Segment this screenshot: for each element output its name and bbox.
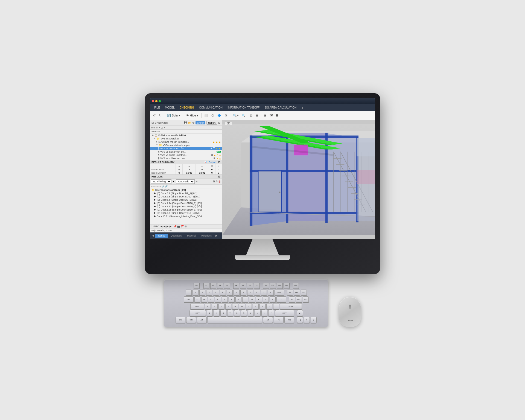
key-a[interactable]: A bbox=[205, 303, 211, 309]
key-enter[interactable]: ENTER bbox=[280, 303, 302, 309]
report-button[interactable]: Report bbox=[206, 121, 217, 125]
key-slash[interactable]: / bbox=[268, 310, 274, 316]
key-del[interactable]: DEL bbox=[293, 283, 299, 289]
key-f3[interactable]: F3 bbox=[217, 283, 223, 289]
key-c[interactable]: C bbox=[220, 310, 226, 316]
nav-prev2[interactable]: ◀ bbox=[164, 225, 165, 228]
menu-communication[interactable]: COMMUNICATION bbox=[197, 106, 225, 110]
key-f2[interactable]: F2 bbox=[210, 283, 216, 289]
key-m[interactable]: M bbox=[248, 310, 254, 316]
select4-button[interactable]: ⚙ bbox=[223, 113, 228, 118]
key-quote[interactable]: ' bbox=[273, 303, 279, 309]
key-ctrl2[interactable]: CTRL bbox=[284, 317, 294, 323]
menu-sis[interactable]: SIS AREA CALCULATION bbox=[262, 106, 299, 110]
key-f6[interactable]: F6 bbox=[240, 283, 246, 289]
tree-item-7[interactable]: § VVS vs möbler och an... ⊞ ▲ △ bbox=[150, 157, 222, 160]
key-1[interactable]: 1 bbox=[192, 290, 199, 296]
key-h[interactable]: H bbox=[239, 303, 245, 309]
key-3[interactable]: 3 bbox=[206, 290, 212, 296]
view-btn2[interactable]: 🗺 bbox=[269, 113, 274, 118]
key-f1[interactable]: F1 bbox=[203, 283, 209, 289]
key-ctrl[interactable]: CTRL bbox=[176, 317, 185, 323]
key-pgdn[interactable]: PGD bbox=[303, 296, 309, 302]
auto-dropdown[interactable]: Automatic bbox=[176, 179, 195, 184]
zoom-window-button[interactable]: ⊞ bbox=[255, 113, 259, 118]
tree-item-0[interactable]: ▶ 📋 Kollisionskontroll - Arkitek... bbox=[150, 134, 222, 137]
result-item-4[interactable]: ▶ (D) Door.1.14 (Single Door:SD10_1) [0/… bbox=[150, 202, 222, 205]
key-cmd[interactable]: CMD bbox=[186, 317, 196, 323]
key-f5[interactable]: F5 bbox=[233, 283, 239, 289]
key-backslash[interactable]: \ bbox=[276, 296, 286, 302]
redo-button[interactable]: ↻ bbox=[158, 113, 162, 118]
key-tab[interactable]: TAB bbox=[184, 296, 194, 302]
mouse-scroll-wheel[interactable] bbox=[349, 305, 351, 309]
nav-prev[interactable]: ◀ bbox=[161, 225, 162, 228]
nav-next[interactable]: ▶ bbox=[167, 225, 168, 228]
key-f9[interactable]: F9 bbox=[263, 283, 269, 289]
key-t[interactable]: T bbox=[222, 296, 228, 302]
key-v[interactable]: V bbox=[227, 310, 233, 316]
key-n[interactable]: N bbox=[241, 310, 247, 316]
key-down[interactable]: ▼ bbox=[304, 317, 310, 323]
key-space[interactable] bbox=[208, 317, 262, 323]
tab-prev[interactable]: ◀ bbox=[151, 234, 155, 237]
key-f4[interactable]: F4 bbox=[224, 283, 230, 289]
key-rshift[interactable]: SHIFT bbox=[275, 310, 294, 316]
key-b[interactable]: B bbox=[234, 310, 240, 316]
delete-icon[interactable]: 🗑 bbox=[218, 180, 221, 183]
result-item-7[interactable]: ▶ (D) Door.3.2 (Single Door:TD10_1) [0/1… bbox=[150, 211, 222, 215]
result-item-2[interactable]: ▶ (D) Door.2.3 (Single Door:SD10_1) [0/1… bbox=[150, 195, 222, 198]
expand-info-icon[interactable]: ⊡ bbox=[185, 225, 187, 228]
key-fn[interactable]: FN bbox=[274, 317, 284, 323]
expand-summary-icon[interactable]: ⊡ bbox=[218, 161, 220, 164]
key-j[interactable]: J bbox=[246, 303, 252, 309]
key-y[interactable]: Y bbox=[229, 296, 235, 302]
move-icon[interactable]: ⇅ bbox=[215, 180, 218, 183]
key-esc[interactable]: ESC bbox=[194, 283, 200, 289]
key-f11[interactable]: F11 bbox=[277, 283, 283, 289]
close-dot[interactable] bbox=[152, 100, 154, 102]
key-e[interactable]: E bbox=[208, 296, 214, 302]
tree-item-6[interactable]: § VVS vs andra konstrul... ⊞ ▲ △ △ bbox=[150, 153, 222, 157]
spin-button[interactable]: 🔄 Spin ▾ bbox=[166, 113, 181, 118]
key-pgup[interactable]: PGU bbox=[301, 290, 307, 296]
key-alt[interactable]: ALT bbox=[197, 317, 207, 323]
menu-checking[interactable]: CHECKING bbox=[177, 106, 196, 110]
key-comma[interactable]: , bbox=[255, 310, 261, 316]
key-9[interactable]: 9 bbox=[247, 290, 253, 296]
key-ins[interactable]: INS bbox=[287, 290, 293, 296]
key-d[interactable]: D bbox=[218, 303, 224, 309]
key-6[interactable]: 6 bbox=[227, 290, 233, 296]
key-2[interactable]: 2 bbox=[199, 290, 205, 296]
key-lbracket[interactable]: [ bbox=[263, 296, 269, 302]
key-z[interactable]: Z bbox=[207, 310, 213, 316]
key-caps[interactable]: CAPS bbox=[190, 303, 204, 309]
key-up[interactable]: ▲ bbox=[297, 310, 303, 316]
key-k[interactable]: K bbox=[253, 303, 259, 309]
tab-next[interactable]: ▶ bbox=[214, 234, 219, 237]
key-period[interactable]: . bbox=[261, 310, 267, 316]
result-item-5[interactable]: ▶ (D) Door.1.17 (Single Door:SD10_1) [0/… bbox=[150, 205, 222, 208]
key-r[interactable]: R bbox=[215, 296, 221, 302]
tab-issues[interactable]: Issues bbox=[155, 234, 168, 238]
key-0[interactable]: 0 bbox=[254, 290, 260, 296]
expand-icon[interactable]: ⊡ bbox=[218, 121, 220, 124]
key-s[interactable]: S bbox=[212, 303, 218, 309]
menu-file[interactable]: FILE bbox=[152, 106, 162, 110]
key-g[interactable]: G bbox=[232, 303, 238, 309]
result-item-3[interactable]: ▶ (E) Door.9.4 (Single Door:D9_1) [0/1] bbox=[150, 198, 222, 202]
key-rbracket[interactable]: ] bbox=[270, 296, 276, 302]
key-p[interactable]: P bbox=[256, 296, 262, 302]
result-item-8[interactable]: ▶ Door.10.11 (Swedoor_Interior_Door_SD4.… bbox=[150, 215, 222, 218]
key-7[interactable]: 7 bbox=[234, 290, 240, 296]
check-button[interactable]: Check bbox=[196, 121, 205, 124]
minimize-dot[interactable] bbox=[155, 100, 158, 102]
key-end[interactable]: END bbox=[296, 296, 302, 302]
zoom-out-button[interactable]: 🔍- bbox=[241, 113, 248, 118]
tree-item-5[interactable]: § VVS vs balkar och pel... ON bbox=[150, 150, 222, 153]
key-backspace[interactable]: BKSP bbox=[275, 290, 284, 296]
select-button[interactable]: ⬜ bbox=[203, 113, 209, 118]
key-semicolon[interactable]: ; bbox=[266, 303, 272, 309]
hide-button[interactable]: 👁 Hide ▾ bbox=[185, 113, 200, 118]
tree-item-3[interactable]: ▼ 📁 VVS vs arkitekturkompor... bbox=[150, 144, 222, 147]
